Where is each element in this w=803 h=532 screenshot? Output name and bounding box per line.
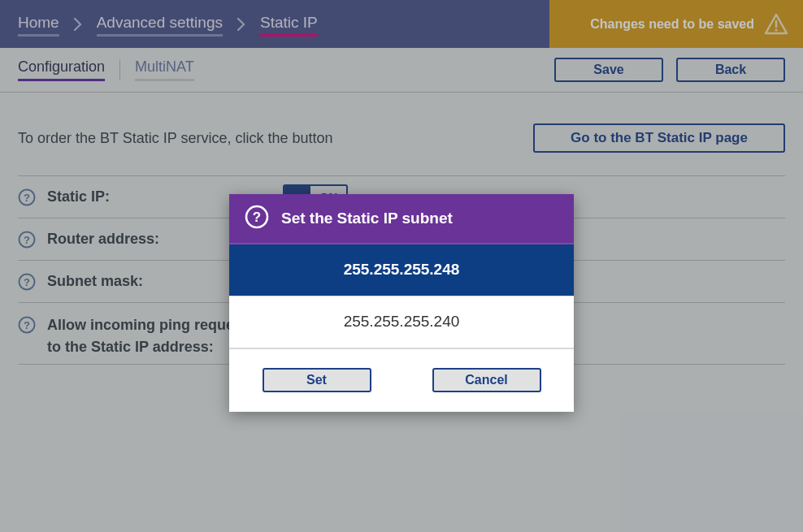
modal-header: ? Set the Static IP subnet xyxy=(229,194,574,244)
set-button[interactable]: Set xyxy=(263,368,371,392)
cancel-button[interactable]: Cancel xyxy=(432,368,541,392)
subnet-option-1[interactable]: 255.255.255.240 xyxy=(229,296,574,348)
modal-overlay: ? Set the Static IP subnet 255.255.255.2… xyxy=(0,0,803,532)
modal-footer: Set Cancel xyxy=(229,348,574,412)
subnet-modal: ? Set the Static IP subnet 255.255.255.2… xyxy=(229,194,574,412)
subnet-option-0[interactable]: 255.255.255.248 xyxy=(229,244,574,296)
help-icon: ? xyxy=(244,204,270,233)
modal-title: Set the Static IP subnet xyxy=(281,210,453,227)
svg-text:?: ? xyxy=(253,210,261,225)
